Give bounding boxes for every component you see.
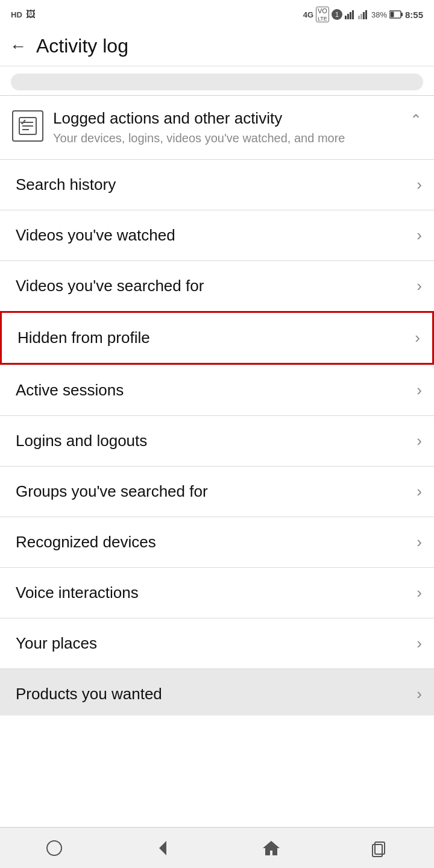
nav-recents-button[interactable] [356, 833, 404, 863]
hd-label: HD [11, 10, 22, 19]
battery-label: 38% [371, 10, 387, 19]
nav-home-button[interactable] [247, 833, 295, 863]
your-places-item[interactable]: Your places› [0, 618, 434, 668]
videos-watched-label: Videos you've watched [16, 226, 175, 245]
status-right: 4G VOLTE 1 38% 8:55 [303, 7, 423, 22]
search-bar-stub[interactable] [11, 74, 423, 90]
menu-list: Search history›Videos you've watched›Vid… [0, 159, 434, 668]
back-button[interactable]: ← [10, 37, 27, 56]
network-label: 4G [303, 10, 313, 19]
hidden-from-profile-chevron: › [415, 329, 420, 347]
videos-searched-item[interactable]: Videos you've searched for› [0, 260, 434, 311]
svg-marker-17 [263, 841, 280, 855]
groups-searched-item[interactable]: Groups you've searched for› [0, 466, 434, 517]
active-sessions-chevron: › [417, 381, 422, 400]
your-places-label: Your places [16, 634, 97, 653]
active-sessions-item[interactable]: Active sessions› [0, 365, 434, 415]
notification-badge: 1 [332, 9, 342, 20]
logins-logouts-item[interactable]: Logins and logouts› [0, 415, 434, 466]
recognized-devices-label: Recognized devices [16, 533, 156, 552]
search-history-chevron: › [417, 175, 422, 194]
svg-point-15 [47, 841, 61, 855]
section-text-block: Logged actions and other activity Your d… [53, 109, 345, 146]
voice-interactions-label: Voice interactions [16, 583, 139, 602]
videos-searched-chevron: › [417, 277, 422, 295]
svg-rect-2 [350, 12, 351, 19]
status-bar: HD 🖼 4G VOLTE 1 38% 8:55 [0, 0, 434, 28]
section-header[interactable]: Logged actions and other activity Your d… [0, 96, 434, 159]
hidden-from-profile-item[interactable]: Hidden from profile› [0, 311, 434, 365]
svg-rect-3 [352, 10, 354, 19]
search-history-label: Search history [16, 175, 116, 194]
svg-rect-0 [345, 16, 347, 19]
svg-rect-9 [390, 12, 394, 17]
recognized-devices-item[interactable]: Recognized devices› [0, 517, 434, 567]
section-title: Logged actions and other activity [53, 109, 345, 128]
hidden-from-profile-label: Hidden from profile [17, 329, 150, 347]
svg-rect-1 [347, 14, 349, 19]
products-wanted-item[interactable]: Products you wanted › [0, 668, 434, 715]
svg-rect-7 [365, 10, 367, 19]
groups-searched-chevron: › [417, 482, 422, 501]
time-label: 8:55 [405, 10, 423, 20]
section-header-left: Logged actions and other activity Your d… [12, 109, 345, 146]
bottom-nav [0, 827, 434, 868]
products-wanted-chevron: › [417, 685, 422, 703]
status-left: HD 🖼 [11, 9, 36, 20]
voice-interactions-item[interactable]: Voice interactions› [0, 567, 434, 618]
svg-marker-16 [159, 841, 166, 855]
checklist-icon [12, 110, 43, 142]
active-sessions-label: Active sessions [16, 381, 124, 400]
products-wanted-label: Products you wanted [16, 685, 162, 703]
battery-icon [389, 10, 403, 19]
svg-rect-5 [360, 14, 362, 19]
logins-logouts-chevron: › [417, 432, 422, 450]
page-title: Activity log [36, 35, 128, 57]
image-icon: 🖼 [26, 9, 36, 20]
groups-searched-label: Groups you've searched for [16, 482, 208, 501]
logins-logouts-label: Logins and logouts [16, 432, 147, 450]
search-history-item[interactable]: Search history› [0, 159, 434, 210]
signal2-icon [358, 10, 369, 19]
svg-rect-10 [401, 13, 403, 16]
chevron-up-icon: ⌃ [410, 109, 422, 128]
videos-watched-item[interactable]: Videos you've watched› [0, 210, 434, 260]
videos-searched-label: Videos you've searched for [16, 277, 204, 295]
svg-rect-4 [358, 16, 360, 19]
signal1-icon [345, 10, 356, 19]
nav-back-button[interactable] [139, 833, 187, 863]
section-subtitle: Your devices, logins, videos you've watc… [53, 130, 345, 146]
svg-rect-6 [363, 12, 365, 19]
volte-icon: VOLTE [316, 7, 329, 22]
nav-circle-button[interactable] [30, 833, 78, 863]
your-places-chevron: › [417, 634, 422, 653]
voice-interactions-chevron: › [417, 583, 422, 602]
recognized-devices-chevron: › [417, 533, 422, 552]
header: ← Activity log [0, 28, 434, 66]
videos-watched-chevron: › [417, 226, 422, 245]
